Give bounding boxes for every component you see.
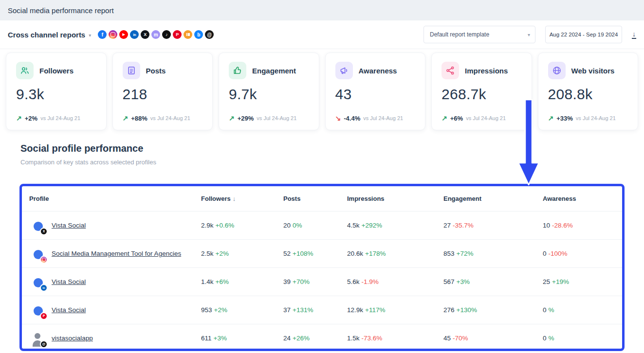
stat-label: Web visitors <box>571 67 615 75</box>
followers-change: +6% <box>216 278 229 285</box>
tiktok-icon[interactable] <box>162 30 171 39</box>
x-twitter-icon[interactable] <box>141 30 149 39</box>
network-badge-icon <box>40 256 48 264</box>
stat-card-impressions: Impressions 268.7k ↗ +6% vs Jul 24-Aug 2… <box>431 53 532 130</box>
google-business-icon[interactable] <box>184 30 192 39</box>
stat-card-web-visitors: Web visitors 208.8k ↗ +33% vs Jul 24-Aug… <box>538 53 639 130</box>
profile-avatar <box>29 330 46 347</box>
section-title: Social profile performance <box>20 143 644 154</box>
facebook-icon[interactable] <box>98 30 107 39</box>
impressions-value: 1.5k <box>347 335 360 342</box>
top-bar: Social media performance report <box>0 0 644 20</box>
posts-icon <box>123 62 140 79</box>
posts-value: 52 <box>283 250 291 257</box>
col-label: Followers <box>201 195 231 202</box>
linkedin-icon[interactable] <box>130 30 139 39</box>
report-type-dropdown[interactable]: Cross channel reports ▾ <box>8 31 95 39</box>
followers-icon <box>16 62 34 79</box>
stat-compare-period: vs Jul 24-Aug 21 <box>150 115 190 121</box>
posts-value: 37 <box>283 306 291 314</box>
awareness-value: 0 <box>543 306 547 314</box>
col-posts[interactable]: Posts <box>283 195 347 202</box>
stat-change: +6% <box>450 115 463 122</box>
bluesky-icon[interactable] <box>194 30 203 39</box>
profile-link[interactable]: Vista Social <box>52 278 86 285</box>
impressions-change: +292% <box>362 222 382 229</box>
followers-value: 1.4k <box>201 278 214 285</box>
stat-value: 208.8k <box>548 86 628 103</box>
awareness-value: 0 <box>543 335 547 342</box>
report-template-select[interactable]: Default report template ▾ <box>423 26 535 43</box>
profile-avatar <box>29 217 46 234</box>
impressions-value: 4.5k <box>347 222 360 229</box>
stat-change: -4.4% <box>344 115 360 122</box>
profile-link[interactable]: vistasocialapp <box>52 335 93 342</box>
col-awareness[interactable]: Awareness <box>543 195 615 202</box>
pinterest-icon[interactable] <box>173 30 182 39</box>
awareness-change: +19% <box>552 278 569 285</box>
posts-value: 20 <box>283 222 291 229</box>
network-badge-icon <box>40 228 48 235</box>
stat-value: 43 <box>335 86 416 103</box>
profile-link[interactable]: Vista Social <box>52 222 86 229</box>
trend-arrow-icon: ↗ <box>229 114 235 122</box>
profile-link[interactable]: Vista Social <box>52 306 86 314</box>
table-row: Vista Social 1.4k+6% 39+70% 5.6k-1.9% 56… <box>22 268 622 296</box>
col-label: Posts <box>283 195 300 202</box>
stat-change: +33% <box>556 115 573 122</box>
table-row: Social Media Management Tool for Agencie… <box>22 240 622 268</box>
date-range-picker[interactable]: Aug 22 2024 - Sep 19 2024 <box>545 26 622 43</box>
profile-avatar <box>29 246 46 262</box>
stat-change: +88% <box>131 115 147 122</box>
engagement-change: +130% <box>457 306 477 314</box>
impressions-change: +178% <box>365 250 386 257</box>
col-profile[interactable]: Profile <box>29 195 201 202</box>
stat-value: 9.3k <box>16 86 96 103</box>
stat-card-awareness: Awareness 43 ↘ -4.4% vs Jul 24-Aug 21 <box>325 53 426 130</box>
download-icon[interactable]: ↓ <box>632 31 636 39</box>
trend-arrow-icon: ↘ <box>335 114 341 122</box>
followers-value: 2.5k <box>201 250 214 257</box>
followers-value: 611 <box>201 335 212 342</box>
chevron-down-icon: ▾ <box>528 32 530 37</box>
stat-label: Posts <box>146 67 166 75</box>
youtube-icon[interactable] <box>119 30 128 39</box>
stat-value: 268.7k <box>442 86 522 103</box>
posts-change: +70% <box>293 278 310 285</box>
col-impressions[interactable]: Impressions <box>347 195 443 202</box>
network-badge-icon <box>40 312 48 320</box>
sort-descending-icon[interactable]: ↓ <box>233 195 236 202</box>
table-header-row: Profile Followers↓ Posts Impressions Eng… <box>22 186 622 212</box>
stat-card-engagement: Engagement 9.7k ↗ +29% vs Jul 24-Aug 21 <box>219 53 319 130</box>
stat-compare-period: vs Jul 24-Aug 21 <box>363 115 403 121</box>
section-subtitle: Comparison of key stats across selected … <box>20 159 644 166</box>
stat-compare-period: vs Jul 24-Aug 21 <box>576 115 616 121</box>
col-engagement[interactable]: Engagement <box>443 195 543 202</box>
mastodon-icon[interactable] <box>151 30 160 39</box>
col-followers[interactable]: Followers↓ <box>201 195 283 202</box>
threads-icon[interactable] <box>205 30 214 39</box>
profile-link[interactable]: Social Media Management Tool for Agencie… <box>52 250 181 257</box>
col-label: Awareness <box>543 195 576 202</box>
stat-cards: Followers 9.3k ↗ +2% vs Jul 24-Aug 21 Po… <box>0 49 644 130</box>
stat-card-followers: Followers 9.3k ↗ +2% vs Jul 24-Aug 21 <box>6 53 107 130</box>
engagement-icon <box>229 62 246 79</box>
stat-change: +29% <box>238 115 254 122</box>
followers-value: 953 <box>201 306 212 314</box>
engagement-change: +3% <box>457 278 470 285</box>
awareness-value: 10 <box>543 222 550 229</box>
engagement-change: -70% <box>453 335 468 342</box>
stat-value: 218 <box>123 86 203 103</box>
date-range-value: Aug 22 2024 - Sep 19 2024 <box>550 32 618 37</box>
engagement-value: 27 <box>443 222 451 229</box>
instagram-icon[interactable] <box>109 30 117 39</box>
stat-label: Awareness <box>359 67 397 75</box>
stat-change: +2% <box>25 115 37 122</box>
page: Social media performance report Cross ch… <box>0 0 644 353</box>
table-row: vistasocialapp 611+3% 24+26% 1.5k-73.6% … <box>22 324 622 351</box>
network-filter-bar <box>98 30 214 39</box>
posts-change: 0% <box>293 222 302 229</box>
profile-performance-table: Profile Followers↓ Posts Impressions Eng… <box>19 184 625 351</box>
posts-value: 39 <box>283 278 291 285</box>
toolbar: Cross channel reports ▾ Default report t… <box>0 20 644 49</box>
